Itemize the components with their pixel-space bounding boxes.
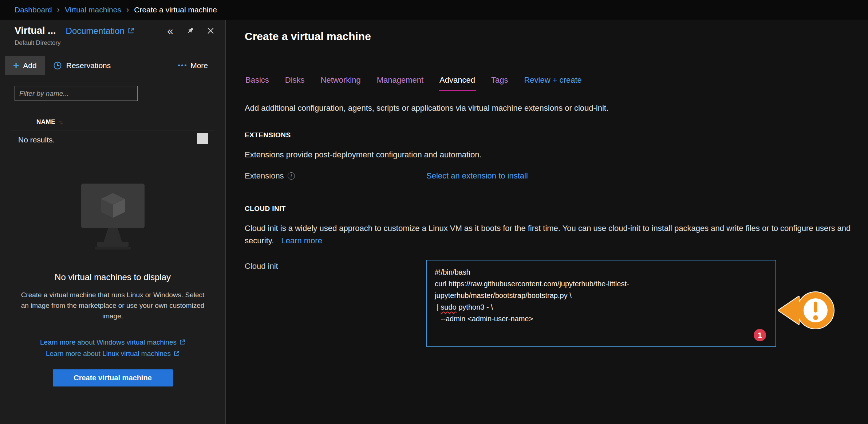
info-icon[interactable]: i (288, 172, 295, 180)
main-panel: Create a virtual machine BasicsDisksNetw… (226, 20, 868, 424)
breadcrumb: Dashboard › Virtual machines › Create a … (0, 0, 868, 20)
virtual-machines-panel: Virtual ... Documentation « (0, 20, 226, 424)
cloud-init-heading: CLOUD INIT (245, 205, 868, 213)
directory-subtitle: Default Directory (15, 39, 214, 47)
breadcrumb-separator: › (126, 5, 129, 15)
tab-review-create[interactable]: Review + create (523, 72, 582, 91)
filter-input[interactable] (15, 86, 138, 101)
reservations-button-label: Reservations (66, 61, 111, 70)
tab-bar: BasicsDisksNetworkingManagementAdvancedT… (245, 72, 868, 91)
attention-pointer-annotation (778, 288, 836, 334)
intro-text: Add additional configuration, agents, sc… (245, 103, 868, 113)
name-column-label: NAME (36, 118, 55, 126)
main-header: Create a virtual machine (226, 20, 868, 53)
tab-advanced[interactable]: Advanced (439, 72, 476, 91)
external-link-icon (173, 350, 179, 357)
extensions-field-row: Extensions i Select an extension to inst… (245, 171, 868, 181)
pin-icon (186, 27, 194, 35)
extensions-description: Extensions provide post-deployment confi… (245, 150, 868, 160)
close-icon (207, 27, 214, 35)
documentation-link[interactable]: Documentation (66, 26, 134, 36)
breadcrumb-current-page: Create a virtual machine (134, 5, 217, 14)
command-bar: + Add Reservations More (0, 56, 225, 75)
empty-state-description: Create a virtual machine that runs Linux… (17, 290, 208, 321)
cloud-init-code: #!/bin/bashcurl https://raw.githubuserco… (435, 266, 768, 325)
vm-empty-illustration (75, 181, 151, 252)
results-row: No results. (11, 130, 214, 149)
learn-more-link[interactable]: Learn more (281, 236, 322, 245)
clock-icon (53, 61, 62, 70)
reservations-button[interactable]: Reservations (45, 56, 119, 75)
no-results-text: No results. (18, 136, 55, 144)
extensions-label: Extensions (245, 171, 284, 181)
scrollbar-thumb[interactable] (197, 133, 208, 144)
tab-basics[interactable]: Basics (245, 72, 270, 91)
misspelled-word: sudo (441, 303, 456, 311)
extensions-heading: EXTENSIONS (245, 131, 868, 139)
learn-more-linux-label: Learn more about Linux virtual machines (46, 348, 171, 359)
column-header-name[interactable]: NAME ↑↓ (0, 114, 225, 130)
external-link-icon (179, 339, 185, 345)
learn-more-linux-link[interactable]: Learn more about Linux virtual machines (46, 348, 179, 359)
plus-icon: + (13, 60, 19, 71)
app-shell: Virtual ... Documentation « (0, 20, 868, 424)
empty-state-heading: No virtual machines to display (17, 272, 208, 282)
select-extension-link[interactable]: Select an extension to install (426, 171, 528, 181)
panel-title: Virtual ... (15, 25, 56, 36)
error-count-badge: 1 (754, 329, 766, 341)
create-virtual-machine-button[interactable]: Create virtual machine (53, 369, 173, 386)
cloud-init-description-text: Cloud init is a widely used approach to … (245, 224, 851, 245)
cloud-init-label: Cloud init (245, 262, 278, 271)
tab-networking[interactable]: Networking (320, 72, 362, 91)
cloud-init-field-row: Cloud init #!/bin/bashcurl https://raw.g… (245, 260, 868, 347)
breadcrumb-virtual-machines[interactable]: Virtual machines (65, 5, 121, 14)
learn-more-windows-label: Learn more about Windows virtual machine… (40, 337, 177, 348)
cloud-init-editor[interactable]: #!/bin/bashcurl https://raw.githubuserco… (426, 260, 776, 347)
tab-management[interactable]: Management (376, 72, 424, 91)
ellipsis-icon (178, 64, 186, 66)
pin-panel-button[interactable] (186, 27, 194, 35)
exclamation-pointer-icon (778, 288, 836, 332)
close-panel-button[interactable] (207, 27, 214, 35)
page-title: Create a virtual machine (245, 30, 371, 43)
breadcrumb-separator: › (57, 5, 60, 15)
learn-more-windows-link[interactable]: Learn more about Windows virtual machine… (40, 337, 185, 348)
more-button[interactable]: More (170, 56, 216, 75)
panel-header: Virtual ... Documentation « (0, 20, 225, 47)
tab-disks[interactable]: Disks (284, 72, 305, 91)
documentation-link-label: Documentation (66, 26, 125, 36)
collapse-panel-button[interactable]: « (167, 25, 173, 36)
cloud-init-description: Cloud init is a widely used approach to … (245, 222, 868, 247)
form-content: BasicsDisksNetworkingManagementAdvancedT… (226, 72, 868, 347)
empty-state: No virtual machines to display Create a … (0, 149, 225, 386)
add-button[interactable]: + Add (5, 56, 45, 75)
more-button-label: More (190, 61, 208, 70)
breadcrumb-dashboard[interactable]: Dashboard (15, 5, 52, 14)
external-link-icon (127, 27, 134, 34)
tab-tags[interactable]: Tags (490, 72, 509, 91)
sort-icon: ↑↓ (59, 119, 63, 125)
add-button-label: Add (23, 61, 36, 70)
collapse-icon: « (167, 25, 173, 36)
